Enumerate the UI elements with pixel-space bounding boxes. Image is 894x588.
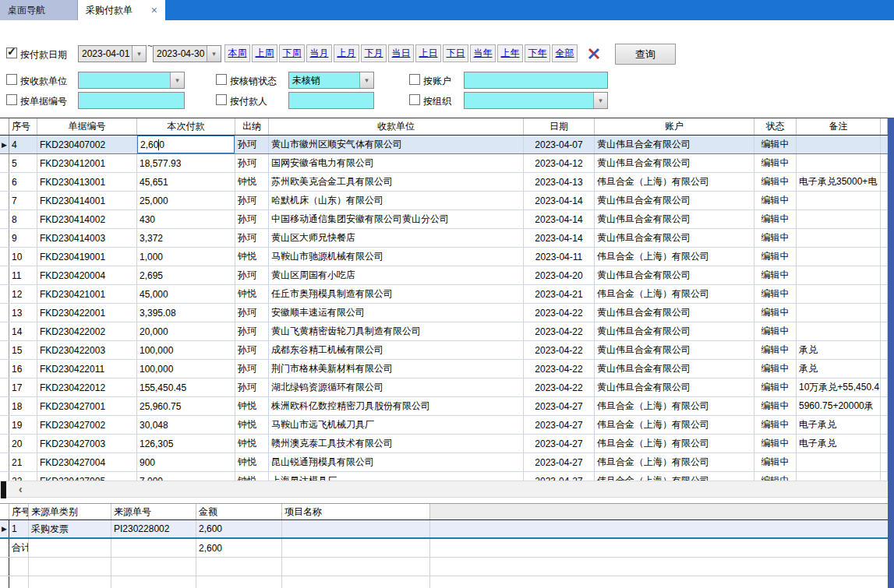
org-select[interactable]: ▾ (464, 92, 608, 109)
cell-status[interactable]: 编辑中 (754, 229, 797, 247)
cell-amount[interactable]: 2,600 (196, 539, 282, 557)
doc-no-input[interactable] (78, 92, 185, 109)
cell-date[interactable]: 2023-04-20 (524, 266, 595, 284)
cell-seq[interactable]: 5 (9, 154, 37, 172)
cell-seq[interactable]: 18 (9, 397, 37, 415)
cell-amount[interactable]: 45,000 (137, 285, 235, 303)
edit-cell-amount[interactable]: 2,600 (137, 136, 235, 153)
date-from-select[interactable]: 2023-04-01 ▾ (78, 45, 147, 62)
cell-source-no[interactable] (111, 576, 196, 588)
cell-amount[interactable]: 100,000 (137, 341, 235, 359)
cell-seq[interactable]: 13 (9, 304, 37, 322)
cell-source-no[interactable] (111, 539, 196, 557)
cell-status[interactable]: 编辑中 (754, 210, 797, 228)
cell-payee[interactable]: 成都东谷精工机械有限公司 (269, 341, 524, 359)
cell-remark[interactable]: 承兑 (797, 341, 881, 359)
cell-status[interactable]: 编辑中 (754, 435, 797, 452)
cell-account[interactable]: 伟旦合金（上海）有限公司 (595, 397, 754, 415)
cell-source-no[interactable]: PI230228002 (111, 520, 196, 537)
table-row[interactable]: 14FKD23042200220,000孙珂黄山飞黄精密齿轮刀具制造有限公司20… (0, 322, 888, 341)
quick-link-10[interactable]: 上年 (497, 44, 523, 62)
cell-payee[interactable]: 株洲欧科亿数控精密刀具股份有限公司 (269, 397, 524, 415)
column-header-source-type[interactable]: 来源单类别 (29, 504, 111, 519)
cell-payee[interactable]: 马鞍山市驰源机械有限公司 (269, 248, 524, 266)
cell-cashier[interactable]: 钟悦 (235, 285, 269, 303)
cell-payee[interactable]: 苏州欧美克合金工具有限公司 (269, 173, 524, 191)
cell-seq[interactable]: 6 (9, 173, 37, 191)
cell-amount[interactable]: 1,000 (137, 248, 235, 266)
cell-project[interactable] (282, 539, 430, 557)
cell-doc-no[interactable]: FKD230422002 (37, 322, 137, 340)
cell-remark[interactable]: 5960.75+20000承 (797, 397, 881, 415)
quick-link-5[interactable]: 下月 (361, 44, 387, 62)
scrollbar-thumb[interactable] (1, 481, 6, 498)
cell-amount[interactable]: 2,600 (137, 136, 235, 153)
cell-doc-no[interactable]: FKD230407002 (37, 136, 137, 153)
cell-account[interactable]: 伟旦合金（上海）有限公司 (595, 416, 754, 434)
cell-seq[interactable]: 4 (9, 136, 37, 153)
cell-seq[interactable]: 14 (9, 322, 37, 340)
cell-cashier[interactable]: 钟悦 (235, 397, 269, 415)
scroll-left-icon[interactable]: ‹ (19, 483, 23, 495)
cell-doc-no[interactable]: FKD230422011 (37, 360, 137, 378)
cell-remark[interactable]: 承兑 (797, 360, 881, 378)
cell-status[interactable]: 编辑中 (754, 154, 797, 172)
cell-doc-no[interactable]: FKD230412001 (37, 154, 137, 172)
cell-account[interactable]: 黄山伟旦合金有限公司 (595, 154, 754, 172)
column-header-amount[interactable]: 金额 (196, 504, 282, 519)
cell-date[interactable]: 2023-04-13 (524, 173, 595, 191)
date-to-select[interactable]: 2023-04-30 ▾ (153, 45, 221, 62)
cell-cashier[interactable]: 孙珂 (235, 360, 269, 378)
cell-date[interactable]: 2023-04-22 (524, 341, 595, 359)
cell-seq[interactable]: 9 (9, 229, 37, 247)
cell-remark[interactable]: 10万承兑+55,450.4 (797, 379, 881, 396)
cell-account[interactable]: 黄山伟旦合金有限公司 (595, 229, 754, 247)
cell-remark[interactable] (797, 322, 881, 340)
cell-remark[interactable] (797, 285, 881, 303)
quick-link-7[interactable]: 上日 (415, 44, 441, 62)
cell-source-type[interactable] (29, 558, 111, 576)
empty-row[interactable] (0, 576, 888, 588)
cell-doc-no[interactable]: FKD230421001 (37, 285, 137, 303)
cell-amount[interactable]: 155,450.45 (137, 379, 235, 396)
table-row[interactable]: 21FKD230427004900钟悦昆山锐通翔模具有限公司2023-04-27… (0, 453, 888, 472)
empty-row[interactable] (0, 558, 888, 576)
column-header-project[interactable]: 项目名称 (282, 504, 430, 519)
cell-seq[interactable]: 10 (9, 248, 37, 266)
cell-remark[interactable] (797, 154, 881, 172)
quick-link-11[interactable]: 下年 (525, 44, 550, 62)
cell-date[interactable]: 2023-04-14 (524, 210, 595, 228)
cell-date[interactable]: 2023-04-22 (524, 379, 595, 396)
cell-status[interactable]: 编辑中 (754, 341, 797, 359)
cell-account[interactable]: 黄山伟旦合金有限公司 (595, 341, 754, 359)
table-row[interactable]: 13FKD2304220013,395.08孙珂安徽顺丰速运有限公司2023-0… (0, 304, 888, 322)
cell-cashier[interactable]: 孙珂 (235, 266, 269, 284)
cell-remark[interactable] (797, 266, 881, 284)
cell-payee[interactable]: 赣州澳克泰工具技术有限公司 (269, 435, 524, 452)
cell-cashier[interactable]: 孙珂 (235, 322, 269, 340)
cell-seq[interactable]: 19 (9, 416, 37, 434)
cell-seq[interactable] (9, 558, 29, 576)
column-header-status[interactable]: 状态 (754, 118, 797, 135)
cell-date[interactable]: 2023-04-12 (524, 154, 595, 172)
cell-account[interactable]: 黄山伟旦合金有限公司 (595, 266, 754, 284)
table-row[interactable]: 18FKD23042700125,960.75钟悦株洲欧科亿数控精密刀具股份有限… (0, 397, 888, 416)
cell-source-no[interactable] (111, 558, 196, 576)
cell-payee[interactable]: 黄山飞黄精密齿轮刀具制造有限公司 (269, 322, 524, 340)
cell-date[interactable]: 2023-04-22 (524, 322, 595, 340)
table-row[interactable]: 20FKD230427003126,305钟悦赣州澳克泰工具技术有限公司2023… (0, 435, 888, 453)
filter-account-checkbox[interactable] (409, 74, 420, 85)
table-row[interactable]: 12FKD23042100145,000钟悦任丘市奥翔模具制造有限公司2023-… (0, 285, 888, 304)
cell-status[interactable]: 编辑中 (754, 453, 797, 471)
cell-date[interactable]: 2023-04-14 (524, 192, 595, 209)
table-row[interactable]: ▶4FKD2304070022,600孙珂黄山市徽州区顺安气体有限公司2023-… (0, 136, 888, 154)
cell-cashier[interactable]: 钟悦 (235, 173, 269, 191)
cell-cashier[interactable]: 孙珂 (235, 154, 269, 172)
cell-amount[interactable]: 2,600 (196, 520, 282, 537)
cell-payee[interactable]: 黄山区大师兄快餐店 (269, 229, 524, 247)
cell-remark[interactable] (797, 210, 881, 228)
cell-doc-no[interactable]: FKD230414002 (37, 210, 137, 228)
column-header-date[interactable]: 日期 (524, 118, 595, 135)
cell-cashier[interactable]: 孙珂 (235, 341, 269, 359)
cell-payee[interactable]: 任丘市奥翔模具制造有限公司 (269, 285, 524, 303)
